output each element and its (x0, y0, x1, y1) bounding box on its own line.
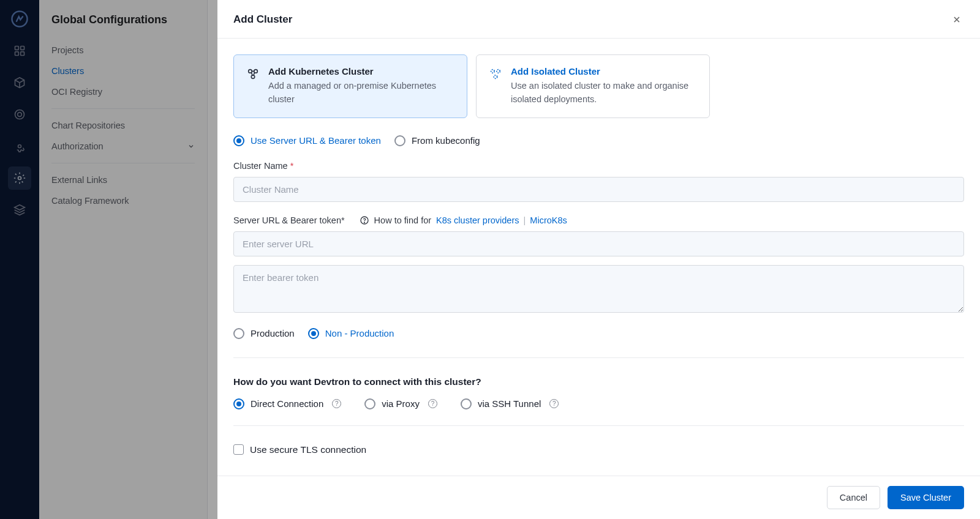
isolated-cluster-icon (489, 66, 502, 106)
connection-heading: How do you want Devtron to connect with … (233, 376, 964, 387)
help-icon[interactable]: ? (428, 399, 437, 408)
link-microk8s[interactable]: MicroK8s (530, 215, 567, 225)
card-description: Add a managed or on-premise Kubernetes c… (268, 79, 454, 106)
server-url-label-row: Server URL & Bearer token* How to find f… (233, 215, 964, 225)
radio-indicator (461, 398, 472, 409)
radio-indicator (364, 398, 375, 409)
cancel-button[interactable]: Cancel (827, 486, 880, 509)
svg-point-12 (491, 70, 495, 73)
svg-point-11 (251, 75, 255, 78)
cluster-name-label: Cluster Name * (233, 161, 964, 171)
link-k8s-providers[interactable]: K8s cluster providers (436, 215, 519, 225)
radio-indicator (308, 328, 319, 339)
help-icon[interactable]: ? (332, 399, 341, 408)
auth-method-radio-group: Use Server URL & Bearer token From kubec… (233, 135, 964, 146)
connection-radio-group: Direct Connection ? via Proxy ? via SSH … (233, 398, 964, 409)
environment-type-radio-group: Production Non - Production (233, 328, 964, 339)
server-url-token-section: Server URL & Bearer token* How to find f… (233, 215, 964, 315)
radio-from-kubeconfig[interactable]: From kubeconfig (394, 135, 480, 146)
card-title: Add Isolated Cluster (511, 66, 697, 77)
help-links: K8s cluster providers | MicroK8s (436, 215, 567, 225)
close-button[interactable] (949, 12, 964, 27)
card-title: Add Kubernetes Cluster (268, 66, 454, 77)
card-isolated-cluster[interactable]: Add Isolated Cluster Use an isolated clu… (476, 54, 710, 118)
bearer-token-input[interactable] (233, 265, 964, 313)
radio-via-proxy[interactable]: via Proxy ? (364, 398, 437, 409)
svg-point-13 (497, 70, 500, 73)
card-kubernetes-cluster[interactable]: Add Kubernetes Cluster Add a managed or … (233, 54, 467, 118)
help-prefix-text: How to find for (374, 215, 432, 225)
cluster-type-cards: Add Kubernetes Cluster Add a managed or … (233, 54, 964, 118)
help-icon[interactable]: ? (549, 399, 559, 408)
radio-production[interactable]: Production (233, 328, 295, 339)
drawer-header: Add Cluster (217, 0, 980, 39)
radio-indicator (233, 398, 244, 409)
cluster-name-field: Cluster Name * (233, 161, 964, 202)
svg-point-16 (364, 222, 364, 223)
drawer-footer: Cancel Save Cluster (217, 476, 980, 519)
radio-indicator (233, 328, 244, 339)
server-url-input[interactable] (233, 231, 964, 256)
server-url-label: Server URL & Bearer token* (233, 215, 345, 225)
info-icon[interactable] (360, 215, 369, 225)
section-divider (233, 357, 964, 358)
radio-indicator (394, 135, 405, 146)
tls-checkbox-row[interactable]: Use secure TLS connection (233, 444, 964, 455)
card-description: Use an isolated cluster to make and orga… (511, 79, 697, 106)
svg-point-9 (249, 70, 252, 73)
drawer-body: Add Kubernetes Cluster Add a managed or … (217, 39, 980, 476)
cluster-name-input[interactable] (233, 177, 964, 202)
drawer-title: Add Cluster (233, 13, 292, 26)
svg-point-14 (494, 75, 497, 78)
kubernetes-icon (246, 66, 260, 106)
checkbox-indicator (233, 444, 244, 455)
svg-point-10 (254, 70, 258, 73)
tls-label: Use secure TLS connection (250, 444, 366, 455)
add-cluster-drawer: Add Cluster Add Kubernetes Cluster Add a… (217, 0, 980, 519)
close-icon (952, 15, 962, 24)
radio-direct-connection[interactable]: Direct Connection ? (233, 398, 341, 409)
radio-server-url-bearer[interactable]: Use Server URL & Bearer token (233, 135, 381, 146)
radio-non-production[interactable]: Non - Production (308, 328, 394, 339)
radio-indicator (233, 135, 244, 146)
save-cluster-button[interactable]: Save Cluster (888, 486, 964, 509)
radio-via-ssh-tunnel[interactable]: via SSH Tunnel ? (461, 398, 559, 409)
section-divider (233, 425, 964, 426)
